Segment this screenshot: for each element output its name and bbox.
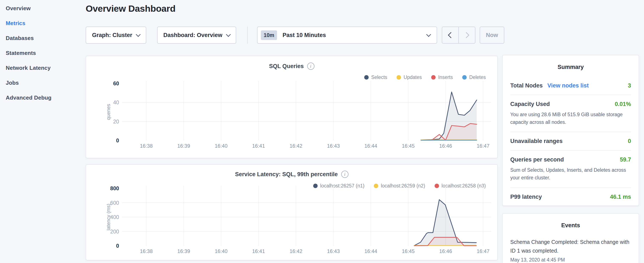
time-range-label: Past 10 Minutes xyxy=(282,32,427,39)
svg-text:16:47: 16:47 xyxy=(477,143,490,149)
svg-text:600: 600 xyxy=(110,200,119,206)
summary-value: 59.7 xyxy=(620,156,631,163)
svg-text:16:43: 16:43 xyxy=(327,143,340,149)
summary-label: P99 latency xyxy=(510,194,542,200)
view-nodes-list-link[interactable]: View nodes list xyxy=(548,82,589,89)
summary-row-unavailable-ranges: Unavailable ranges 0 xyxy=(510,132,631,150)
summary-label: Total Nodes xyxy=(510,82,543,89)
dashboard-dropdown[interactable]: Dashboard: Overview xyxy=(157,27,236,44)
chevron-down-icon xyxy=(426,32,431,37)
svg-text:800: 800 xyxy=(110,185,119,191)
summary-label: Capacity Used xyxy=(510,101,550,107)
chevron-down-icon xyxy=(136,32,141,37)
event-message: Schema Change Completed: Schema change w… xyxy=(510,238,631,255)
legend-dot-icon xyxy=(462,75,467,80)
now-button[interactable]: Now xyxy=(480,27,504,44)
time-range-badge: 10m xyxy=(261,31,277,40)
summary-panel: Summary Total Nodes View nodes list 3 Ca… xyxy=(502,55,639,206)
svg-text:latency (ms): latency (ms) xyxy=(107,204,111,230)
legend-dot-icon xyxy=(396,75,401,80)
event-list-item[interactable]: Schema Change Completed: Schema change w… xyxy=(510,238,631,263)
time-window-pager xyxy=(442,27,476,44)
chevron-right-icon xyxy=(463,32,469,38)
svg-text:16:38: 16:38 xyxy=(140,143,153,149)
sidebar-item-advanced-debug[interactable]: Advanced Debug xyxy=(6,95,82,101)
sidebar-item-jobs[interactable]: Jobs xyxy=(6,80,82,86)
svg-text:16:42: 16:42 xyxy=(290,143,302,149)
summary-label: Unavailable ranges xyxy=(510,138,562,144)
svg-text:40: 40 xyxy=(113,99,119,105)
svg-text:20: 20 xyxy=(113,119,119,124)
legend-dot-icon xyxy=(431,75,436,80)
page-title: Overview Dashboard xyxy=(86,4,176,14)
svg-text:16:40: 16:40 xyxy=(215,248,228,254)
svg-text:16:44: 16:44 xyxy=(364,248,377,254)
svg-text:16:42: 16:42 xyxy=(290,248,302,254)
summary-row-p99-latency: P99 latency 46.1 ms xyxy=(510,187,631,206)
graph-scope-dropdown-label: Graph: Cluster xyxy=(92,32,132,39)
svg-text:0: 0 xyxy=(116,137,119,143)
sidebar: Overview Metrics Databases Statements Ne… xyxy=(6,5,82,110)
svg-text:16:46: 16:46 xyxy=(439,248,452,254)
summary-row-queries-per-second: Queries per second 59.7 Sum of Selects, … xyxy=(510,150,631,187)
events-panel: Events Schema Change Completed: Schema c… xyxy=(502,213,639,263)
svg-text:400: 400 xyxy=(110,214,119,220)
svg-text:16:41: 16:41 xyxy=(252,143,265,149)
info-icon[interactable] xyxy=(307,63,314,70)
svg-text:16:43: 16:43 xyxy=(327,248,340,254)
summary-label: Queries per second xyxy=(510,156,564,163)
svg-text:queries: queries xyxy=(107,104,111,120)
svg-text:16:39: 16:39 xyxy=(177,143,190,149)
svg-text:16:40: 16:40 xyxy=(215,143,228,149)
sql-queries-plot[interactable]: 16:3816:3916:4016:4116:4216:4316:4416:45… xyxy=(107,79,492,156)
sidebar-item-overview[interactable]: Overview xyxy=(6,5,82,11)
chevron-left-icon xyxy=(448,32,454,38)
svg-text:16:39: 16:39 xyxy=(177,248,190,254)
sidebar-item-network-latency[interactable]: Network Latency xyxy=(6,65,82,71)
sidebar-item-statements[interactable]: Statements xyxy=(6,50,82,56)
svg-text:0: 0 xyxy=(116,243,119,249)
service-latency-chart-title: Service Latency: SQL, 99th percentile xyxy=(235,171,338,178)
time-window-forward-button[interactable] xyxy=(458,27,475,43)
graph-scope-dropdown[interactable]: Graph: Cluster xyxy=(86,27,146,44)
svg-text:16:44: 16:44 xyxy=(364,143,377,149)
legend-dot-icon xyxy=(364,75,369,80)
summary-row-total-nodes: Total Nodes View nodes list 3 xyxy=(510,82,631,95)
dashboard-dropdown-label: Dashboard: Overview xyxy=(163,32,222,39)
svg-text:200: 200 xyxy=(110,228,119,234)
summary-value: 0 xyxy=(628,138,631,144)
sidebar-item-databases[interactable]: Databases xyxy=(6,35,82,41)
controls-divider xyxy=(247,27,248,44)
summary-description: You are using 28.6 MiB of 515.9 GiB usab… xyxy=(510,111,631,126)
svg-text:16:47: 16:47 xyxy=(477,248,490,254)
svg-text:16:45: 16:45 xyxy=(402,248,414,254)
summary-value: 0.01% xyxy=(615,101,631,107)
sidebar-item-metrics[interactable]: Metrics xyxy=(6,20,82,26)
service-latency-chart-card: Service Latency: SQL, 99th percentile lo… xyxy=(86,164,498,260)
event-timestamp: May 13, 2020 at 4:45 PM xyxy=(510,257,631,263)
service-latency-plot[interactable]: 16:3816:3916:4016:4116:4216:4316:4416:45… xyxy=(107,185,492,259)
info-icon[interactable] xyxy=(341,171,348,178)
events-title: Events xyxy=(510,222,631,229)
svg-text:16:46: 16:46 xyxy=(439,143,452,149)
sql-queries-chart-title: SQL Queries xyxy=(269,63,304,70)
summary-row-capacity-used: Capacity Used 0.01% You are using 28.6 M… xyxy=(510,95,631,132)
time-range-dropdown[interactable]: 10m Past 10 Minutes xyxy=(257,27,437,44)
summary-value: 3 xyxy=(628,82,631,89)
sql-queries-chart-card: SQL Queries Selects Updates Inserts Dele… xyxy=(86,56,498,158)
summary-description: Sum of Selects, Updates, Inserts, and De… xyxy=(510,166,631,181)
time-window-back-button[interactable] xyxy=(442,27,458,43)
chevron-down-icon xyxy=(226,32,231,37)
db-console-metrics-page: { "sidebar": { "items": [ {"label": "Ove… xyxy=(0,0,644,263)
dashboard-controls: Graph: Cluster Dashboard: Overview 10m P… xyxy=(86,27,504,44)
summary-title: Summary xyxy=(510,64,631,70)
summary-value: 46.1 ms xyxy=(610,194,631,200)
svg-text:16:41: 16:41 xyxy=(252,248,265,254)
svg-text:16:38: 16:38 xyxy=(140,248,153,254)
svg-text:60: 60 xyxy=(113,80,119,86)
svg-text:16:45: 16:45 xyxy=(402,143,414,149)
